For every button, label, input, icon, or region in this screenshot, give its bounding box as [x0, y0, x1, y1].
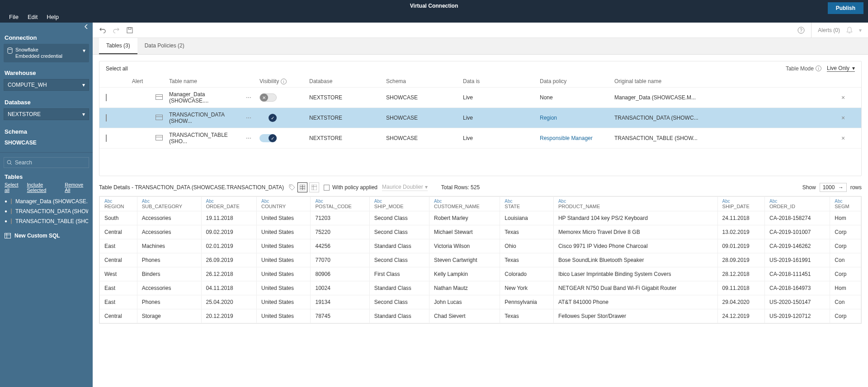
remove-row-button[interactable]: ×	[841, 94, 845, 101]
grid-cell: CA-2018-164973	[765, 281, 830, 295]
table-row[interactable]: TRANSACTION_DATA (SHOW...⋯✓NEXTSTORESHOW…	[99, 108, 861, 128]
row-checkbox[interactable]	[106, 94, 107, 101]
table-row[interactable]: Manager_Data (SHOWCASE....⋯✕NEXTSTORESHO…	[99, 88, 861, 108]
menu-file[interactable]: File	[9, 14, 19, 20]
grid-row[interactable]: SouthAccessories19.11.2018United States7…	[100, 211, 861, 225]
bell-icon[interactable]	[846, 27, 853, 34]
menu-help[interactable]: Help	[47, 14, 59, 20]
grid-cell: Texas	[500, 309, 554, 323]
grid-cell: Robert Marley	[429, 211, 500, 225]
grid-cell: Con	[830, 295, 861, 309]
col-table-name[interactable]: Table name	[169, 78, 246, 84]
grid-column-header[interactable]: AbcORDER_ID	[765, 197, 830, 211]
grid-column-header[interactable]: AbcPRODUCT_NAME	[553, 197, 717, 211]
search-input[interactable]: Search	[4, 157, 89, 168]
grid-cell: Corp	[830, 225, 861, 239]
grid-column-header[interactable]: AbcSTATE	[500, 197, 554, 211]
data-grid[interactable]: AbcREGIONAbcSUB_CATEGORYAbcORDER_DATEAbc…	[99, 196, 862, 324]
database-select[interactable]: NEXTSTORE ▾	[4, 108, 89, 120]
bullet-icon: ●	[5, 209, 7, 214]
tag-icon[interactable]	[288, 184, 296, 191]
row-menu-button[interactable]: ⋯	[246, 135, 259, 141]
row-checkbox[interactable]	[106, 114, 107, 121]
row-schema: SHOWCASE	[386, 94, 463, 101]
new-custom-sql-button[interactable]: New Custom SQL	[0, 226, 93, 245]
grid-column-header[interactable]: AbcSUB_CATEGORY	[137, 197, 201, 211]
sidebar-table-item[interactable]: ●TRANSACTION_DATA (SHOWCA...	[5, 206, 88, 216]
grid-cell: Central	[100, 253, 137, 267]
list-select-all[interactable]: Select all	[106, 65, 128, 72]
svg-point-1	[7, 160, 11, 164]
tab-data-policies[interactable]: Data Policies (2)	[137, 38, 192, 54]
row-menu-button[interactable]: ⋯	[246, 94, 259, 101]
sidebar-select-all[interactable]: Select all	[5, 182, 24, 193]
info-icon[interactable]: i	[281, 79, 287, 84]
grid-cell: CA-2019-101007	[765, 225, 830, 239]
sidebar-remove-all[interactable]: Remove All	[65, 182, 88, 193]
grid-cell: Ohio	[500, 239, 554, 253]
grid-row[interactable]: WestBinders26.12.2018United States80906F…	[100, 267, 861, 281]
col-original[interactable]: Original table name	[614, 78, 841, 84]
grid-cell: East	[100, 239, 137, 253]
visibility-toggle[interactable]: ✓	[259, 134, 277, 142]
grid-row[interactable]: CentralPhones26.09.2019United States7707…	[100, 253, 861, 267]
col-database[interactable]: Database	[309, 78, 386, 84]
grid-row[interactable]: CentralAccessories09.02.2019United State…	[100, 225, 861, 239]
grid-cell: 75220	[311, 225, 369, 239]
grid-cell: 04.11.2018	[201, 281, 256, 295]
col-datais[interactable]: Data is	[463, 78, 540, 84]
alerts-label[interactable]: Alerts (0)	[818, 27, 840, 33]
table-mode-select[interactable]: Live Only ▾	[827, 65, 855, 72]
menu-edit[interactable]: Edit	[28, 14, 38, 20]
grid-column-header[interactable]: AbcREGION	[100, 197, 137, 211]
grid-cell: Phones	[137, 253, 201, 267]
tab-tables[interactable]: Tables (3)	[99, 38, 137, 54]
visibility-toggle[interactable]: ✕	[259, 93, 277, 102]
grid-row[interactable]: EastAccessories04.11.2018United States10…	[100, 281, 861, 295]
grid-row[interactable]: EastMachines02.01.2019United States44256…	[100, 239, 861, 253]
warehouse-select[interactable]: COMPUTE_WH ▾	[4, 79, 89, 91]
grid-column-header[interactable]: AbcPOSTAL_CODE	[311, 197, 369, 211]
grid-cell: AT&T 841000 Phone	[553, 295, 717, 309]
redo-button[interactable]	[113, 27, 120, 34]
sidebar-table-item[interactable]: ●Manager_Data (SHOWCASE.Man...	[5, 196, 88, 206]
policy-link[interactable]: Responsible Manager	[540, 135, 593, 141]
with-policy-checkbox[interactable]	[324, 185, 330, 191]
grid-row[interactable]: CentralStorage20.12.2019United States787…	[100, 309, 861, 323]
publish-button[interactable]: Publish	[828, 2, 863, 14]
connection-selector[interactable]: Snowflake Embedded credential ▾	[4, 44, 89, 62]
help-button[interactable]: ?	[797, 27, 805, 34]
undo-button[interactable]	[99, 27, 106, 34]
grid-column-header[interactable]: AbcSEGM	[830, 197, 861, 211]
row-menu-button[interactable]: ⋯	[246, 115, 259, 121]
rows-count-input[interactable]: 1000 →	[820, 183, 847, 192]
grid-cell: Second Class	[369, 253, 429, 267]
sidebar-table-item[interactable]: ●TRANSACTION_TABLE (SHOWC...	[5, 216, 88, 226]
collapse-sidebar-button[interactable]	[0, 23, 93, 31]
grid-cell: United States	[257, 309, 311, 323]
grid-column-header[interactable]: AbcORDER_DATE	[201, 197, 256, 211]
list-view-button[interactable]	[309, 182, 319, 192]
remove-row-button[interactable]: ×	[841, 135, 845, 142]
chevron-down-icon[interactable]: ▾	[859, 27, 862, 33]
col-schema[interactable]: Schema	[386, 78, 463, 84]
col-policy[interactable]: Data policy	[540, 78, 614, 84]
grid-view-button[interactable]	[297, 182, 307, 192]
policy-link[interactable]: Region	[540, 115, 557, 121]
preview-user-select[interactable]: Maurice Doublier ▾	[382, 184, 428, 191]
grid-row[interactable]: EastPhones25.04.2020United States19134Se…	[100, 295, 861, 309]
remove-row-button[interactable]: ×	[841, 114, 845, 121]
row-checkbox[interactable]	[106, 135, 107, 142]
grid-column-header[interactable]: AbcCUSTOMER_NAME	[429, 197, 500, 211]
info-icon[interactable]: i	[816, 65, 821, 71]
sidebar-include-selected[interactable]: Include Selected	[27, 182, 61, 193]
save-button[interactable]	[126, 27, 133, 34]
table-row[interactable]: TRANSACTION_TABLE (SHO...⋯✓NEXTSTORESHOW…	[99, 128, 861, 149]
grid-column-header[interactable]: AbcSHIP_MODE	[369, 197, 429, 211]
tables-list-panel: Select all Table Mode i Live Only ▾ Aler…	[99, 61, 862, 176]
grid-column-header[interactable]: AbcSHIP_DATE	[717, 197, 764, 211]
grid-cell: Pennsylvania	[500, 295, 554, 309]
grid-column-header[interactable]: AbcCOUNTRY	[257, 197, 311, 211]
visibility-toggle[interactable]: ✓	[259, 114, 277, 122]
with-policy-label: With policy applied	[332, 184, 377, 191]
